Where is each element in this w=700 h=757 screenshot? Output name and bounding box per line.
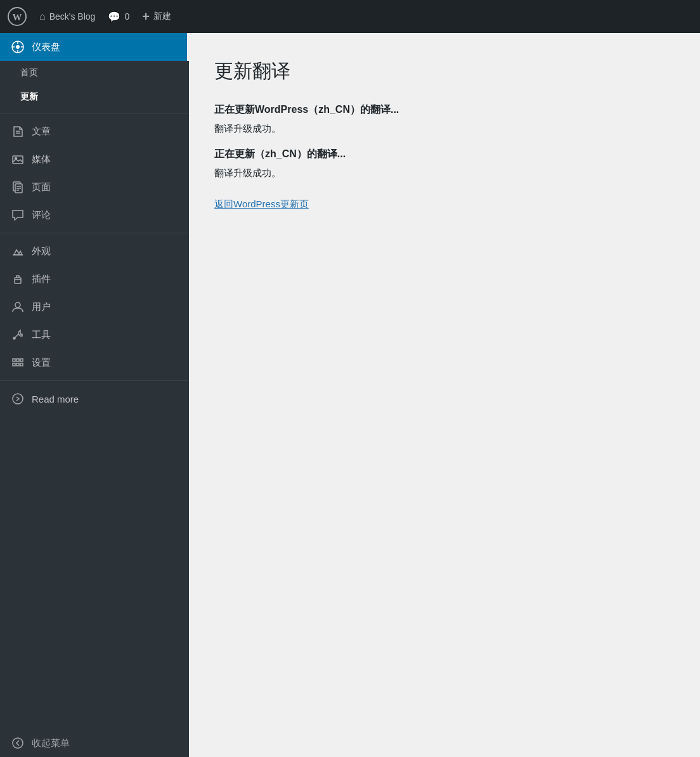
- update-heading-1: 正在更新WordPress（zh_CN）的翻译...: [214, 103, 675, 117]
- update-success-1: 翻译升级成功。: [214, 123, 675, 135]
- new-content-button[interactable]: + 新建: [142, 10, 171, 24]
- updates-sub-label: 更新: [20, 91, 38, 103]
- appearance-icon: [10, 243, 25, 259]
- svg-rect-23: [13, 359, 15, 361]
- settings-icon: [10, 355, 25, 370]
- svg-rect-18: [15, 278, 21, 283]
- tools-icon: [10, 327, 25, 342]
- readmore-icon: [10, 391, 25, 406]
- svg-text:W: W: [13, 12, 22, 22]
- media-label: 媒体: [32, 153, 51, 165]
- media-icon: [10, 152, 25, 167]
- update-heading-2: 正在更新（zh_CN）的翻译...: [214, 148, 675, 161]
- pages-label: 页面: [32, 181, 51, 193]
- sidebar-item-tools[interactable]: 工具: [0, 321, 189, 349]
- svg-rect-26: [16, 363, 19, 366]
- sidebar-item-collapse[interactable]: 收起菜单: [0, 729, 189, 757]
- svg-point-3: [16, 45, 20, 49]
- users-icon: [10, 299, 25, 314]
- return-link[interactable]: 返回WordPress更新页: [214, 198, 309, 210]
- dashboard-icon: [10, 39, 25, 55]
- comments-label: 评论: [32, 209, 51, 221]
- readmore-label: Read more: [32, 394, 79, 404]
- svg-rect-25: [16, 359, 19, 361]
- new-label: 新建: [153, 11, 171, 22]
- site-name-button[interactable]: ⌂ Beck's Blog: [39, 11, 95, 22]
- users-label: 用户: [32, 301, 51, 313]
- svg-rect-27: [20, 359, 23, 361]
- main-content: 更新翻译 正在更新WordPress（zh_CN）的翻译... 翻译升级成功。 …: [189, 33, 700, 757]
- pages-icon: [10, 179, 25, 195]
- sidebar-item-users[interactable]: 用户: [0, 293, 189, 321]
- plus-icon: +: [142, 10, 150, 24]
- comments-sidebar-icon: [10, 207, 25, 223]
- plugins-label: 插件: [32, 273, 51, 285]
- sidebar-item-home[interactable]: 首页: [0, 61, 189, 85]
- admin-bar: W ⌂ Beck's Blog 💬 0 + 新建: [0, 0, 700, 33]
- sidebar-item-comments[interactable]: 评论: [0, 201, 189, 229]
- appearance-label: 外观: [32, 245, 51, 257]
- comments-button[interactable]: 💬 0: [108, 11, 129, 23]
- settings-label: 设置: [32, 357, 51, 369]
- svg-point-29: [13, 394, 23, 404]
- wp-logo-button[interactable]: W: [8, 7, 27, 26]
- sidebar-item-pages[interactable]: 页面: [0, 173, 189, 201]
- sidebar-item-appearance[interactable]: 外观: [0, 237, 189, 265]
- sidebar-divider-1: [0, 113, 189, 113]
- site-name-label: Beck's Blog: [49, 11, 96, 22]
- posts-label: 文章: [32, 126, 51, 138]
- sidebar-item-readmore[interactable]: Read more: [0, 385, 189, 413]
- svg-rect-28: [20, 363, 23, 366]
- sidebar-item-settings[interactable]: 设置: [0, 349, 189, 377]
- tools-label: 工具: [32, 329, 51, 341]
- dashboard-label: 仪表盘: [32, 41, 60, 53]
- svg-point-30: [13, 738, 23, 748]
- sidebar-item-media[interactable]: 媒体: [0, 145, 189, 173]
- update-section-2: 正在更新（zh_CN）的翻译... 翻译升级成功。: [214, 148, 675, 179]
- page-title: 更新翻译: [214, 58, 675, 84]
- sidebar-item-posts[interactable]: 文章: [0, 117, 189, 145]
- home-sub-label: 首页: [20, 67, 38, 79]
- svg-rect-24: [13, 363, 15, 366]
- update-success-2: 翻译升级成功。: [214, 167, 675, 179]
- comments-count: 0: [124, 11, 129, 22]
- sidebar-divider-3: [0, 380, 189, 381]
- collapse-icon: [10, 735, 25, 751]
- sidebar-item-dashboard[interactable]: 仪表盘: [0, 33, 189, 61]
- svg-rect-10: [13, 156, 23, 164]
- posts-icon: [10, 124, 25, 139]
- sidebar-item-plugins[interactable]: 插件: [0, 265, 189, 293]
- sidebar: 仪表盘 首页 更新 文章: [0, 33, 189, 757]
- sidebar-item-updates[interactable]: 更新: [0, 85, 189, 109]
- plugins-icon: [10, 271, 25, 287]
- update-section-1: 正在更新WordPress（zh_CN）的翻译... 翻译升级成功。: [214, 103, 675, 135]
- sidebar-divider-2: [0, 233, 189, 233]
- collapse-label: 收起菜单: [32, 737, 70, 749]
- home-icon: ⌂: [39, 11, 46, 22]
- svg-point-20: [15, 302, 20, 307]
- comments-icon: 💬: [108, 11, 120, 23]
- svg-point-22: [13, 337, 15, 339]
